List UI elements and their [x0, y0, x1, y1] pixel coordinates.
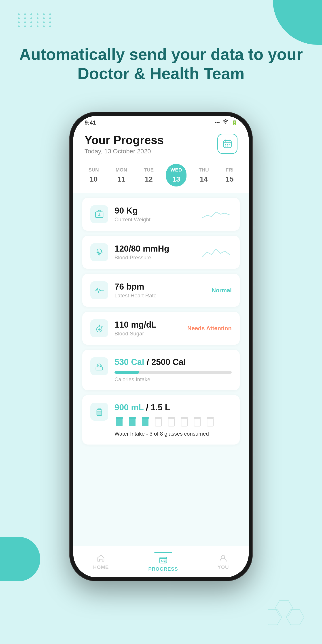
- day-thu[interactable]: THU 14: [194, 164, 213, 186]
- progress-icon: [159, 556, 168, 564]
- nav-active-indicator: [154, 552, 172, 553]
- calories-label: Calories Intake: [114, 376, 232, 382]
- blood-pressure-card[interactable]: 120/80 mmHg Blood Pressure: [82, 236, 240, 269]
- svg-rect-12: [116, 418, 122, 426]
- day-tue[interactable]: TUE 12: [139, 164, 158, 186]
- svg-marker-31: [275, 600, 293, 616]
- svg-rect-9: [96, 367, 103, 370]
- heart-rate-value: 76 bpm: [114, 282, 205, 292]
- calories-progress-fill: [114, 371, 139, 374]
- blood-sugar-card[interactable]: 110 mg/dL Blood Sugar Needs Attention: [82, 312, 240, 345]
- main-heading: Automatically send your data to your Doc…: [0, 45, 322, 84]
- svg-rect-24: [194, 418, 200, 426]
- water-icon: [90, 403, 108, 420]
- day-wed[interactable]: WED 13: [166, 164, 186, 186]
- svg-rect-14: [129, 418, 136, 426]
- weight-card[interactable]: 90 Kg Current Weight: [82, 198, 240, 231]
- heart-rate-card[interactable]: 76 bpm Latest Heart Rate Normal: [82, 274, 240, 307]
- nav-progress[interactable]: PROGRESS: [139, 550, 187, 574]
- status-icons: ▪▪▪ 🔋: [215, 119, 238, 126]
- glass-6-empty: [179, 416, 189, 428]
- day-sun-num: 10: [90, 175, 98, 183]
- status-bar: 9:41 ▪▪▪ 🔋: [73, 116, 249, 129]
- day-thu-num: 14: [200, 175, 208, 183]
- day-wed-label: WED: [170, 167, 182, 173]
- glass-7-empty: [192, 416, 202, 428]
- nav-progress-label: PROGRESS: [148, 566, 178, 572]
- heart-rate-content: 76 bpm Latest Heart Rate: [114, 282, 205, 299]
- header: Your Progress Today, 13 October 2020: [73, 129, 249, 162]
- day-thu-label: THU: [199, 167, 209, 173]
- svg-point-4: [225, 146, 226, 146]
- nav-you-label: YOU: [218, 564, 229, 570]
- bottom-nav: HOME PROGRESS: [73, 546, 249, 577]
- blood-pressure-chart: [200, 244, 232, 260]
- calories-card[interactable]: 530 Cal / 2500 Cal Calories Intake: [82, 350, 240, 390]
- phone-outer: 9:41 ▪▪▪ 🔋 Your Progress Today, 13 Octob…: [69, 112, 253, 582]
- glass-8-empty: [205, 416, 215, 428]
- weight-icon: [90, 205, 108, 223]
- day-fri[interactable]: FRI 15: [221, 164, 238, 186]
- svg-point-1: [225, 144, 226, 145]
- calories-value: 530 Cal / 2500 Cal: [114, 357, 232, 367]
- scroll-area[interactable]: 90 Kg Current Weight: [73, 193, 249, 546]
- svg-point-2: [227, 144, 228, 145]
- glass-5-empty: [166, 416, 176, 428]
- blood-pressure-icon: [90, 243, 108, 261]
- calories-total: 2500 Cal: [152, 357, 186, 367]
- svg-rect-25: [194, 417, 201, 418]
- svg-marker-33: [268, 610, 282, 625]
- water-glasses-row: [114, 416, 232, 428]
- home-icon: [96, 554, 105, 562]
- svg-rect-22: [181, 418, 188, 426]
- blood-sugar-content: 110 mg/dL Blood Sugar: [114, 320, 181, 337]
- day-selector: SUN 10 MON 11 TUE 12 WED 13: [73, 162, 249, 193]
- svg-rect-16: [142, 418, 148, 426]
- blood-sugar-status: Needs Attention: [188, 325, 232, 332]
- weight-chart: [200, 206, 232, 222]
- nav-home[interactable]: HOME: [84, 552, 118, 572]
- phone-wrapper: 9:41 ▪▪▪ 🔋 Your Progress Today, 13 Octob…: [69, 112, 253, 582]
- person-icon: [219, 554, 228, 562]
- svg-rect-27: [206, 417, 214, 418]
- glass-3-filled: [140, 416, 150, 428]
- calories-progress-bar: [114, 371, 232, 374]
- day-sun[interactable]: SUN 10: [84, 164, 103, 186]
- weight-value: 90 Kg: [114, 206, 194, 216]
- status-time: 9:41: [84, 119, 96, 126]
- day-mon[interactable]: MON 11: [111, 164, 132, 186]
- svg-point-8: [101, 326, 103, 328]
- weight-content: 90 Kg Current Weight: [114, 206, 194, 223]
- calendar-button[interactable]: [217, 134, 238, 154]
- svg-rect-17: [142, 417, 149, 418]
- glass-1-filled: [114, 416, 124, 428]
- bg-shape-top-right: [273, 0, 322, 45]
- water-label: Water Intake - 3 of 8 glasses consumed: [114, 431, 232, 437]
- calories-separator: /: [147, 357, 152, 367]
- svg-marker-32: [286, 610, 304, 625]
- blood-sugar-label: Blood Sugar: [114, 330, 181, 337]
- heart-rate-icon: [90, 281, 108, 299]
- nav-you[interactable]: YOU: [209, 552, 238, 572]
- day-sun-label: SUN: [88, 167, 99, 173]
- svg-rect-18: [155, 418, 162, 426]
- day-tue-num: 12: [145, 175, 153, 183]
- svg-rect-26: [207, 418, 213, 426]
- day-fri-label: FRI: [226, 167, 234, 173]
- svg-rect-19: [155, 417, 162, 418]
- bg-shape-bottom-left: [0, 537, 40, 582]
- page-title: Your Progress: [84, 134, 164, 146]
- calories-content: 530 Cal / 2500 Cal Calories Intake: [114, 357, 232, 382]
- screen: 9:41 ▪▪▪ 🔋 Your Progress Today, 13 Octob…: [73, 116, 249, 577]
- glass-4-empty: [154, 416, 163, 428]
- blood-pressure-label: Blood Pressure: [114, 254, 194, 261]
- water-total: 1.5 L: [151, 403, 170, 412]
- water-card[interactable]: 900 mL / 1.5 L: [82, 395, 240, 444]
- battery-icon: 🔋: [232, 120, 238, 126]
- svg-rect-11: [97, 412, 102, 416]
- heart-rate-label: Latest Heart Rate: [114, 292, 205, 299]
- blood-pressure-content: 120/80 mmHg Blood Pressure: [114, 244, 194, 261]
- day-tue-label: TUE: [144, 167, 154, 173]
- nav-home-label: HOME: [93, 564, 109, 570]
- phone-inner: 9:41 ▪▪▪ 🔋 Your Progress Today, 13 Octob…: [73, 116, 249, 577]
